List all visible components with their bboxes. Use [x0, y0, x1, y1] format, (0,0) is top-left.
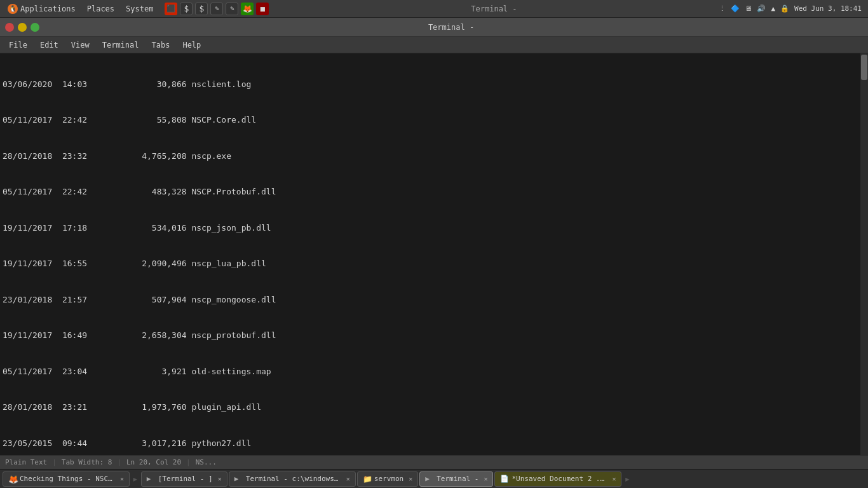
scrollbar-track[interactable]: [860, 53, 868, 455]
display-icon: 🖥: [745, 4, 752, 13]
taskbar-btn-folder[interactable]: 📁 servmon ✕: [357, 471, 418, 487]
taskbar-btn-terminal1-close[interactable]: ✕: [218, 475, 222, 482]
terminal-line: 05/11/2017 23:04 3,921 old-settings.map: [3, 366, 865, 378]
terminal-line: 19/11/2017 17:18 534,016 nscp_json_pb.dl…: [3, 222, 865, 234]
status-text-type: Plain Text: [5, 458, 47, 466]
volume-icon: 🔊: [757, 4, 766, 13]
status-tab-width: Tab Width: 8: [62, 458, 112, 466]
places-menu[interactable]: Places: [82, 3, 119, 15]
terminal-line: 28/01/2018 23:21 1,973,760 plugin_api.dl…: [3, 402, 865, 414]
taskbar-btn-terminal3[interactable]: ▶ Terminal - ✕: [419, 471, 493, 487]
folder-icon: 📁: [363, 475, 372, 484]
taskbar-btn-terminal2[interactable]: ▶ Terminal - c:\windows... ✕: [229, 471, 356, 487]
status-separator-1: |: [52, 458, 57, 466]
terminal-line: 19/11/2017 16:49 2,658,304 nscp_protobuf…: [3, 330, 865, 342]
terminal-line: 19/11/2017 16:55 2,090,496 nscp_lua_pb.d…: [3, 258, 865, 270]
status-bar: Plain Text | Tab Width: 8 | Ln 20, Col 2…: [0, 455, 868, 469]
menu-view[interactable]: View: [65, 39, 96, 51]
terminal-line: 23/01/2018 21:57 507,904 nscp_mongoose.d…: [3, 294, 865, 306]
ql-icon-7[interactable]: ■: [256, 3, 269, 15]
terminal-output: 03/06/2020 14:03 30,866 nsclient.log 05/…: [0, 53, 868, 455]
taskbar-btn-terminal2-label: Terminal - c:\windows...: [246, 475, 341, 483]
terminal3-icon: ▶: [425, 475, 434, 484]
document-icon: 📄: [500, 475, 509, 484]
firefox-icon: 🦊: [8, 475, 17, 484]
taskbar-btn-terminal1-label: [Terminal - ]: [158, 475, 213, 483]
bluetooth-icon: 🔷: [731, 4, 740, 13]
minimize-button[interactable]: [18, 23, 27, 32]
taskbar-btn-terminal3-close[interactable]: ✕: [484, 475, 487, 482]
status-encoding: NS...: [196, 458, 217, 466]
taskbar-btn-firefox[interactable]: 🦊 Checking Things - NSC... ✕: [3, 471, 130, 487]
terminal-menubar: File Edit View Terminal Tabs Help: [0, 37, 868, 53]
scrollbar-thumb[interactable]: [861, 55, 867, 80]
taskbar-btn-folder-close[interactable]: ✕: [409, 475, 412, 482]
terminal-line: 05/11/2017 22:42 483,328 NSCP.Protobuf.d…: [3, 186, 865, 198]
terminal-line: 23/05/2015 09:44 3,017,216 python27.dll: [3, 438, 865, 450]
menu-terminal[interactable]: Terminal: [96, 39, 146, 51]
terminal-content-area[interactable]: 03/06/2020 14:03 30,866 nsclient.log 05/…: [0, 53, 868, 455]
terminal-window: Terminal - File Edit View Terminal Tabs …: [0, 18, 868, 469]
system-tray: ⋮ 🔷 🖥 🔊 ▲ 🔒 Wed Jun 3, 18:41: [719, 4, 865, 13]
vpn-icon: 🔒: [780, 4, 789, 13]
applications-label: Applications: [20, 4, 76, 13]
window-title-top: Terminal -: [269, 4, 719, 13]
taskbar-btn-unsaved-label: *Unsaved Document 2 ...: [512, 475, 607, 483]
menu-tabs[interactable]: Tabs: [146, 39, 177, 51]
ql-icon-4[interactable]: ✎: [210, 3, 223, 15]
window-titlebar: Terminal -: [0, 18, 868, 37]
terminal-line: 03/06/2020 14:03 30,866 nsclient.log: [3, 79, 865, 91]
terminal2-icon: ▶: [234, 475, 243, 484]
tray-icon-1: ⋮: [719, 4, 726, 13]
ql-icon-3[interactable]: $: [195, 3, 208, 15]
taskbar-btn-firefox-label: Checking Things - NSC...: [20, 475, 115, 483]
maximize-button[interactable]: [31, 23, 39, 32]
menu-file[interactable]: File: [3, 39, 34, 51]
app-logo-icon: 🐧: [8, 4, 18, 14]
quick-launch-bar: ⬛ $ $ ✎ ✎ 🦊 ■: [165, 3, 269, 15]
taskbar-btn-firefox-close[interactable]: ✕: [120, 475, 124, 482]
close-button[interactable]: [5, 23, 14, 32]
menu-edit[interactable]: Edit: [34, 39, 65, 51]
datetime-display: Wed Jun 3, 18:41: [794, 4, 862, 13]
taskbar-separator-2: ▸: [624, 473, 630, 485]
applications-menu[interactable]: 🐧 Applications: [3, 3, 81, 15]
menu-help[interactable]: Help: [176, 39, 207, 51]
ql-icon-5[interactable]: ✎: [226, 3, 238, 15]
status-separator-3: |: [186, 458, 191, 466]
network-icon: ▲: [771, 4, 775, 13]
status-separator-2: |: [117, 458, 121, 466]
taskbar-separator-1: ▸: [132, 473, 139, 485]
taskbar-btn-folder-label: servmon: [374, 475, 403, 483]
top-menubar: 🐧 Applications Places System ⬛ $ $ ✎ ✎ 🦊…: [0, 0, 868, 18]
taskbar-btn-terminal2-close[interactable]: ✕: [346, 475, 350, 482]
ql-icon-6[interactable]: 🦊: [241, 3, 254, 15]
window-control-buttons: [5, 23, 39, 32]
taskbar-btn-unsaved-close[interactable]: ✕: [612, 475, 616, 482]
terminal1-icon: ▶: [147, 475, 156, 484]
terminal-line: 05/11/2017 22:42 55,808 NSCP.Core.dll: [3, 114, 865, 126]
system-menu[interactable]: System: [121, 3, 158, 15]
window-title: Terminal -: [39, 23, 863, 32]
taskbar-btn-terminal1[interactable]: ▶ [Terminal - ] ✕: [141, 471, 227, 487]
terminal-line: 28/01/2018 23:32 4,765,208 nscp.exe: [3, 151, 865, 163]
taskbar-btn-unsaved[interactable]: 📄 *Unsaved Document 2 ... ✕: [494, 471, 621, 487]
taskbar-btn-terminal3-label: Terminal -: [437, 475, 478, 483]
ql-icon-2[interactable]: $: [180, 3, 193, 15]
taskbar: 🦊 Checking Things - NSC... ✕ ▸ ▶ [Termin…: [0, 469, 868, 488]
ql-icon-1[interactable]: ⬛: [165, 3, 177, 15]
status-ln-col: Ln 20, Col 20: [126, 458, 181, 466]
